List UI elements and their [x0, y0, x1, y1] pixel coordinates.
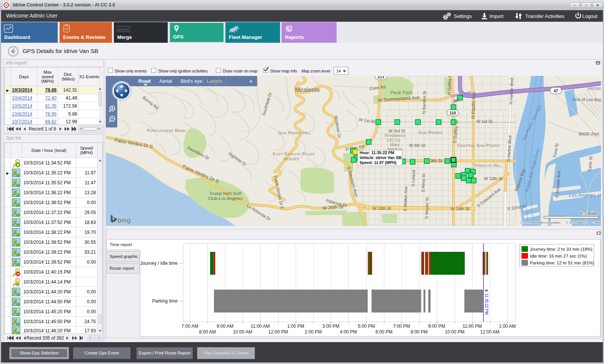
svg-text:SAN PEDRO HILL: SAN PEDRO HILL — [279, 130, 311, 135]
svg-text:3:00 PM: 3:00 PM — [322, 324, 340, 329]
svg-text:Peck Park: Peck Park — [390, 90, 413, 95]
svg-text:10:00 PM: 10:00 PM — [445, 329, 464, 335]
svg-text:7:00 PM: 7:00 PM — [393, 324, 410, 329]
svg-text:Speed: 11.97 (MPH): Speed: 11.97 (MPH) — [359, 160, 397, 165]
svg-text:SAN PEDRO: SAN PEDRO — [418, 130, 443, 135]
svg-text:2:00 PM: 2:00 PM — [305, 329, 322, 335]
svg-text:VINEGAR HILL: VINEGAR HILL — [474, 163, 502, 168]
svg-text:9:00 AM: 9:00 AM — [217, 324, 233, 329]
svg-text:1:00 AM: 1:00 AM — [499, 324, 516, 329]
svg-text:7:00 AM: 7:00 AM — [181, 324, 198, 329]
svg-text:12:00 AM: 12:00 AM — [480, 329, 500, 335]
svg-text:11:00 PM: 11:00 PM — [463, 324, 482, 329]
svg-text:N Bandini St: N Bandini St — [421, 91, 427, 114]
svg-text:CENTRAL SAN PEDRO: CENTRAL SAN PEDRO — [457, 143, 500, 148]
svg-text:12:00 PM: 12:00 PM — [268, 329, 288, 335]
svg-text:6:00 PM: 6:00 PM — [376, 329, 393, 335]
svg-text:Hour: 11:35:22 PM: Hour: 11:35:22 PM — [359, 150, 394, 155]
svg-text:VERDES: VERDES — [283, 156, 299, 161]
svg-text:1:00 PM: 1:00 PM — [287, 324, 304, 329]
svg-text:9:00 PM: 9:00 PM — [428, 324, 445, 329]
svg-text:Vehicle: idrive Van SB: Vehicle: idrive Van SB — [359, 155, 402, 160]
svg-text:Miraleste: Miraleste — [295, 87, 320, 93]
svg-text:Parking time: Parking time — [152, 298, 178, 304]
svg-text:Parking time: 12 hr 51 min (81: Parking time: 12 hr 51 min (81%) — [530, 261, 594, 265]
svg-text:Labels: Labels — [207, 78, 222, 84]
svg-text:N Gaffey Pl: N Gaffey Pl — [447, 76, 452, 95]
svg-text:Journey / Idle time: Journey / Idle time — [140, 261, 178, 266]
svg-text:W 13th St: W 13th St — [484, 176, 502, 181]
svg-text:110: 110 — [450, 111, 456, 115]
svg-text:W 19th St: W 19th St — [372, 206, 391, 211]
svg-text:0.7 miles: 0.7 miles — [580, 210, 598, 216]
svg-text:11:00 AM: 11:00 AM — [251, 324, 270, 329]
svg-text:W 3rd St: W 3rd St — [389, 129, 405, 133]
svg-text:4:00 PM: 4:00 PM — [340, 329, 357, 335]
svg-text:BNSF-Port: BNSF-Port — [579, 132, 599, 136]
svg-text:S Meyler St: S Meyler St — [424, 197, 429, 219]
svg-text:5:00 PM: 5:00 PM — [358, 324, 375, 329]
svg-text:Mary: Mary — [390, 142, 400, 147]
svg-text:EAST RANCHO PALOS: EAST RANCHO PALOS — [273, 151, 315, 156]
svg-text:Road: Road — [138, 78, 151, 84]
svg-text:10:00 AM: 10:00 AM — [233, 329, 253, 335]
svg-text:Club-Los Angelas: Club-Los Angelas — [208, 196, 243, 201]
svg-text:S Walker Ave: S Walker Ave — [403, 186, 408, 211]
svg-text:213: 213 — [377, 76, 384, 79]
svg-text:«: « — [249, 78, 252, 84]
svg-text:8:00 AM: 8:00 AM — [199, 329, 216, 335]
svg-text:N Pacific Ave: N Pacific Ave — [470, 92, 476, 119]
svg-text:© AND: © AND — [592, 221, 601, 224]
svg-text:Journey time: 2 hr 33 min (18%: Journey time: 2 hr 33 min (18%) — [530, 247, 593, 251]
svg-text:S Alma St: S Alma St — [421, 174, 426, 192]
svg-text:W 19th St: W 19th St — [451, 206, 469, 211]
svg-text:47: 47 — [554, 89, 558, 93]
svg-text:S Leland: S Leland — [411, 170, 416, 187]
svg-text:Providence: Providence — [385, 133, 406, 138]
svg-text:© 2014 Microsoft Corporation: © 2014 Microsoft Corporation — [520, 221, 560, 224]
svg-text:11:35:22 PM: 11:35:22 PM — [484, 293, 489, 315]
svg-text:Trump Nat'l Golf: Trump Nat'l Golf — [209, 191, 241, 196]
svg-text:Idle time: 16 min 27 sec (1%): Idle time: 16 min 27 sec (1%) — [530, 254, 587, 258]
svg-text:Port of Los Angel: Port of Los Angel — [573, 97, 601, 102]
svg-text:Los Angeles Harb: Los Angeles Harb — [569, 192, 601, 198]
svg-text:© 2010 NAVTEQ: © 2010 NAVTEQ — [566, 221, 589, 224]
svg-text:PORTUGUESE BEND: PORTUGUESE BEND — [147, 128, 186, 133]
svg-text:MERGE: MERGE — [118, 28, 129, 31]
svg-text:N Harbor Blvd: N Harbor Blvd — [508, 78, 514, 105]
svg-text:W 1st St: W 1st St — [476, 119, 492, 124]
svg-text:8:00 PM: 8:00 PM — [411, 329, 428, 335]
svg-text:Aerial: Aerial — [159, 78, 172, 84]
svg-text:Lit'l Co: Lit'l Co — [387, 138, 400, 142]
svg-text:bing: bing — [118, 217, 131, 224]
svg-text:W 6th St: W 6th St — [409, 143, 425, 148]
svg-text:Bird's eye: Bird's eye — [181, 78, 202, 84]
svg-text:Terminal Is: Terminal Is — [586, 85, 601, 91]
